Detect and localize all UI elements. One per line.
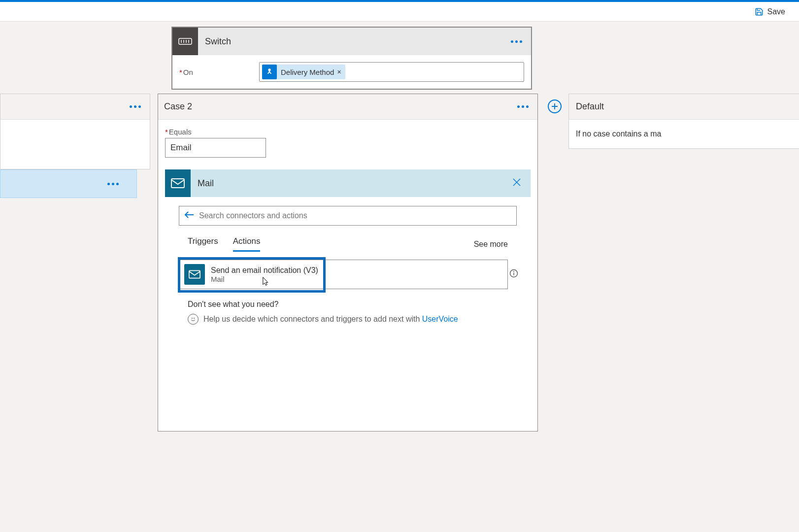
switch-body: *On Delivery Method × — [172, 55, 531, 89]
tabs-row: Triggers Actions See more — [165, 230, 531, 252]
action-row-send-email[interactable]: Send an email notification (V3) Mail — [179, 260, 508, 289]
help-line: Help us decide which connectors and trig… — [188, 314, 508, 325]
cursor-icon — [260, 275, 270, 288]
switch-title: Switch — [198, 36, 502, 47]
svg-point-12 — [514, 271, 514, 272]
svg-point-13 — [192, 318, 192, 318]
case1-menu-icon[interactable] — [121, 100, 150, 113]
mail-header[interactable]: Mail — [165, 169, 531, 197]
uservoice-link[interactable]: UserVoice — [422, 315, 458, 323]
token-icon — [262, 65, 277, 79]
case1-action-placeholder[interactable] — [0, 169, 137, 198]
search-input[interactable] — [199, 211, 511, 220]
help-title: Don't see what you need? — [188, 300, 508, 309]
help-section: Don't see what you need? Help us decide … — [165, 289, 531, 423]
svg-rect-0 — [179, 38, 192, 44]
default-card: Default If no case contains a ma — [568, 94, 799, 149]
token-text: Delivery Method — [281, 68, 334, 76]
case2-body: *Equals Mail — [158, 120, 537, 431]
case2-header[interactable]: Case 2 — [158, 94, 537, 120]
tab-actions[interactable]: Actions — [233, 236, 261, 252]
switch-menu-icon[interactable] — [502, 35, 531, 48]
close-icon[interactable] — [503, 177, 531, 189]
case1-card — [0, 94, 150, 169]
add-branch-button[interactable] — [548, 100, 562, 113]
case1-action-menu-icon[interactable] — [99, 178, 128, 190]
smile-icon — [188, 314, 199, 325]
case2-menu-icon[interactable] — [508, 100, 537, 113]
switch-icon — [172, 28, 198, 55]
save-button[interactable]: Save — [751, 5, 789, 18]
action-mail-icon — [184, 264, 205, 285]
switch-header[interactable]: Switch — [172, 28, 531, 55]
remove-token-icon[interactable]: × — [337, 68, 341, 76]
save-label: Save — [767, 7, 785, 16]
help-text: Help us decide which connectors and trig… — [203, 315, 422, 323]
svg-rect-9 — [189, 270, 200, 278]
mail-title: Mail — [191, 178, 503, 189]
svg-point-14 — [194, 318, 195, 318]
search-row — [165, 197, 531, 230]
search-box[interactable] — [179, 206, 517, 226]
info-icon[interactable] — [509, 269, 518, 280]
switch-card[interactable]: Switch *On Delivery Method × — [171, 27, 532, 90]
default-body: If no case contains a ma — [569, 120, 799, 148]
tab-triggers[interactable]: Triggers — [188, 236, 218, 252]
case2-title: Case 2 — [164, 101, 508, 112]
dynamic-token[interactable]: Delivery Method × — [262, 65, 345, 79]
case1-header — [0, 94, 150, 120]
action-list: Send an email notification (V3) Mail — [165, 252, 531, 289]
mail-panel: Mail Triggers Actions S — [165, 169, 531, 423]
on-field[interactable]: Delivery Method × — [259, 62, 524, 82]
flow-canvas: Switch *On Delivery Method × — [0, 22, 799, 27]
svg-rect-5 — [171, 179, 184, 188]
top-toolbar: Save — [0, 2, 799, 22]
on-label: *On — [179, 68, 253, 76]
save-icon — [755, 7, 764, 16]
default-title[interactable]: Default — [569, 94, 799, 120]
equals-label: *Equals — [165, 128, 531, 136]
case2-card: Case 2 *Equals Mail — [158, 94, 538, 432]
mail-icon — [165, 169, 191, 197]
action-text: Send an email notification (V3) Mail — [211, 266, 507, 283]
action-subtitle: Mail — [211, 275, 507, 283]
see-more-link[interactable]: See more — [474, 240, 508, 249]
action-title: Send an email notification (V3) — [211, 266, 507, 275]
back-arrow-icon[interactable] — [184, 211, 194, 221]
equals-input[interactable] — [165, 138, 266, 158]
